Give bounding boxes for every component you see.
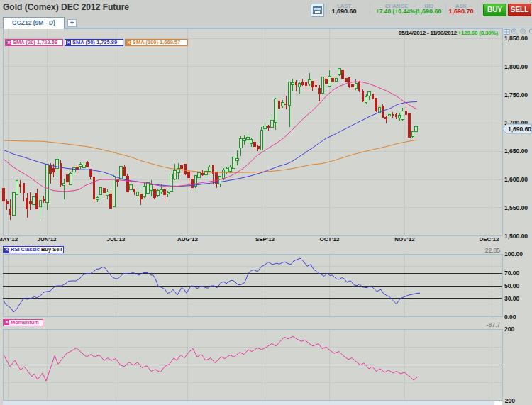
svg-text:1,500.00: 1,500.00	[504, 233, 528, 240]
svg-text:JUN’12: JUN’12	[37, 236, 57, 243]
svg-text:0.00: 0.00	[504, 314, 516, 321]
svg-text:NOV’12: NOV’12	[394, 236, 415, 243]
svg-text:1,800.00: 1,800.00	[504, 63, 528, 70]
svg-text:DEC’12: DEC’12	[479, 236, 499, 243]
svg-text:1,690.60: 1,690.60	[508, 126, 531, 133]
svg-text:22.85: 22.85	[485, 247, 501, 254]
svg-text:JUL’12: JUL’12	[107, 236, 126, 243]
svg-text:OCT’12: OCT’12	[319, 236, 340, 243]
svg-text:1,550.00: 1,550.00	[504, 204, 528, 211]
svg-text:1,650.00: 1,650.00	[504, 148, 528, 155]
svg-text:30.00: 30.00	[504, 295, 520, 302]
svg-text:-200: -200	[503, 397, 515, 404]
svg-text:1,750.00: 1,750.00	[504, 91, 528, 99]
svg-text:MAY’12: MAY’12	[0, 236, 18, 243]
svg-text:200: 200	[504, 326, 514, 333]
svg-text:50.00: 50.00	[504, 282, 520, 289]
svg-text:1,600.00: 1,600.00	[504, 176, 528, 183]
svg-text:100.00: 100.00	[504, 250, 523, 257]
svg-text:+129.60 (8.30%): +129.60 (8.30%)	[458, 30, 499, 36]
svg-text:05/14/2012 - 11/06/2012: 05/14/2012 - 11/06/2012	[399, 30, 458, 36]
svg-text:SEP’12: SEP’12	[255, 236, 275, 243]
svg-text:AUG’12: AUG’12	[177, 236, 198, 243]
svg-text:-87.7: -87.7	[487, 321, 501, 328]
svg-text:1,850.00: 1,850.00	[504, 35, 528, 42]
svg-text:70.00: 70.00	[504, 270, 520, 277]
